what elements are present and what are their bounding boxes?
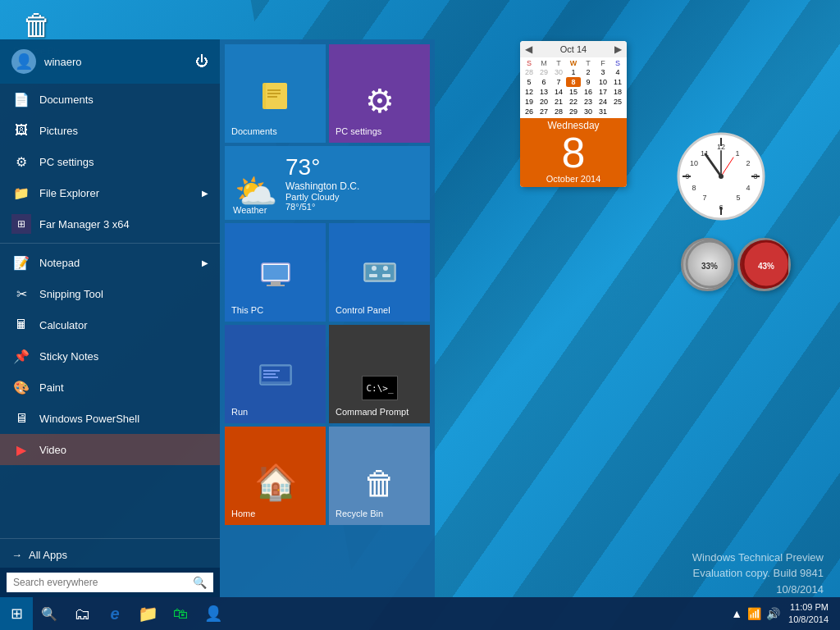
svg-rect-44 [263, 377, 278, 378]
sidebar-item-pc-settings[interactable]: ⚙ PC settings [0, 146, 220, 177]
sidebar-item-paint[interactable]: 🎨 Paint [0, 372, 220, 403]
tile-documents-icon [259, 83, 292, 120]
tile-home-label: Home [231, 509, 255, 518]
svg-rect-42 [263, 370, 280, 372]
svg-rect-33 [267, 285, 285, 286]
svg-point-37 [383, 266, 388, 271]
svg-text:10: 10 [690, 159, 698, 167]
tile-command-prompt[interactable]: C:\>_ Command Prompt [329, 325, 430, 423]
sidebar-item-calculator[interactable]: 🖩 Calculator [0, 309, 220, 340]
documents-label: Documents [39, 94, 94, 106]
svg-text:4: 4 [746, 184, 750, 192]
menu-divider-2 [0, 538, 220, 539]
sidebar-item-video[interactable]: ▶ Video [0, 434, 220, 465]
sidebar-item-far-manager[interactable]: ⊞ Far Manager 3 x64 [0, 208, 220, 240]
tile-weather[interactable]: ⛅ 73° Washington D.C. Partly Cloudy 78°/… [225, 146, 430, 220]
tile-home[interactable]: 🏠 Home [225, 427, 326, 525]
calendar-day-num: 8 [520, 131, 627, 174]
taskbar-explorer-button[interactable]: 📁 [131, 597, 164, 630]
cal-next[interactable]: ▶ [614, 43, 622, 55]
gauge-widgets: 33% 43% [681, 238, 791, 291]
tile-this-pc[interactable]: This PC [225, 223, 326, 322]
gauge-cpu: 33% [681, 238, 734, 291]
video-icon: ▶ [11, 440, 31, 459]
tile-home-icon: 🏠 [254, 462, 297, 502]
sidebar-item-file-explorer[interactable]: 📁 File Explorer ▶ [0, 177, 220, 208]
svg-point-20 [719, 174, 724, 179]
pictures-label: Pictures [39, 125, 78, 137]
tile-control-panel-icon [363, 262, 397, 299]
pc-settings-icon: ⚙ [11, 152, 31, 171]
sidebar-item-snipping-tool[interactable]: ✂ Snipping Tool [0, 278, 220, 309]
search-input[interactable] [7, 573, 186, 591]
watermark-line2: Evaluation copy. Build 9841 [692, 565, 824, 582]
svg-text:1: 1 [735, 149, 739, 158]
svg-text:7: 7 [702, 194, 706, 202]
tile-control-panel-label: Control Panel [336, 305, 390, 315]
taskbar-network-icon[interactable]: 📶 [747, 607, 761, 620]
far-manager-icon: ⊞ [11, 214, 31, 234]
paint-icon: 🎨 [11, 377, 31, 397]
menu-items-list: 📄 Documents 🖼 Pictures ⚙ PC settings 📁 F… [0, 84, 220, 535]
tile-documents-label: Documents [231, 126, 277, 136]
power-button[interactable]: ⏻ [195, 54, 208, 69]
sidebar-item-sticky-notes[interactable]: 📌 Sticky Notes [0, 340, 220, 372]
start-button[interactable]: ⊞ [0, 597, 33, 630]
tile-recycle-bin[interactable]: 🗑 Recycle Bin [329, 427, 430, 525]
cal-prev[interactable]: ◀ [525, 43, 532, 55]
file-explorer-icon: 📁 [11, 183, 31, 203]
sidebar-item-documents[interactable]: 📄 Documents [0, 84, 220, 115]
notepad-arrow: ▶ [202, 258, 208, 267]
pc-settings-label: PC settings [39, 156, 94, 168]
taskbar-contact-button[interactable]: 👤 [197, 597, 230, 630]
sticky-notes-icon: 📌 [11, 346, 31, 366]
user-info: 👤 winaero [11, 49, 82, 74]
user-avatar[interactable]: 👤 [11, 49, 36, 74]
video-label: Video [39, 444, 66, 456]
tile-pc-settings[interactable]: ⚙ PC settings [329, 44, 430, 143]
all-apps-button[interactable]: → All Apps [0, 542, 220, 568]
svg-rect-32 [271, 281, 281, 285]
start-menu: 👤 winaero ⏻ 📄 Documents 🖼 Pictures ⚙ PC [0, 39, 435, 597]
watermark-line3: 10/8/2014 [692, 582, 824, 598]
tile-run-icon [258, 363, 293, 400]
file-explorer-arrow: ▶ [202, 189, 208, 198]
tile-run[interactable]: Run [225, 325, 326, 423]
svg-rect-27 [267, 89, 281, 91]
sidebar-item-pictures[interactable]: 🖼 Pictures [0, 115, 220, 146]
paint-label: Paint [39, 381, 64, 394]
calendar-grid: S M T W T F S 28 29 30 1 2 3 4 5 6 7 8 9 [520, 57, 627, 118]
svg-text:6: 6 [719, 203, 723, 212]
taskbar-up-arrow-icon[interactable]: ▲ [731, 607, 742, 620]
calendar-widget: ◀ Oct 14 ▶ S M T W T F S 28 29 30 1 2 3 … [520, 41, 627, 187]
start-menu-right-panel: Documents ⚙ PC settings ⛅ 73° Washington… [220, 39, 435, 597]
svg-rect-39 [382, 274, 390, 277]
svg-rect-31 [263, 265, 288, 280]
svg-rect-29 [267, 96, 277, 98]
taskbar-store-button[interactable]: 🛍 [164, 597, 197, 630]
documents-icon: 📄 [11, 89, 31, 109]
svg-text:12: 12 [717, 143, 725, 151]
svg-text:8: 8 [692, 184, 696, 192]
search-input-wrap: 🔍 [7, 573, 213, 592]
clock-widget: 12 6 9 3 1 2 4 5 11 10 8 7 [676, 131, 766, 221]
tile-documents[interactable]: Documents [225, 44, 326, 143]
taskbar-date: 10/8/2014 [788, 614, 829, 626]
notepad-icon: 📝 [11, 253, 31, 272]
taskbar-search-button[interactable]: 🔍 [33, 597, 66, 630]
snipping-tool-icon: ✂ [11, 284, 31, 304]
taskbar-clock[interactable]: 11:09 PM 10/8/2014 [783, 601, 833, 627]
search-icon[interactable]: 🔍 [186, 573, 213, 592]
sidebar-item-notepad[interactable]: 📝 Notepad ▶ [0, 247, 220, 278]
far-manager-label: Far Manager 3 x64 [39, 218, 130, 231]
taskbar-ie-button[interactable]: e [98, 597, 131, 630]
sidebar-item-powershell[interactable]: 🖥 Windows PowerShell [0, 403, 220, 434]
taskbar-file-explorer-button[interactable]: 🗂 [66, 597, 98, 630]
calendar-month-year: October 2014 [520, 174, 627, 184]
tile-pc-settings-label: PC settings [336, 126, 381, 136]
taskbar-volume-icon[interactable]: 🔊 [766, 607, 780, 620]
tile-this-pc-label: This PC [231, 305, 263, 315]
weather-desc: Partly Cloudy [285, 192, 359, 202]
tile-command-prompt-icon: C:\>_ [362, 376, 398, 400]
tile-control-panel[interactable]: Control Panel [329, 223, 430, 322]
